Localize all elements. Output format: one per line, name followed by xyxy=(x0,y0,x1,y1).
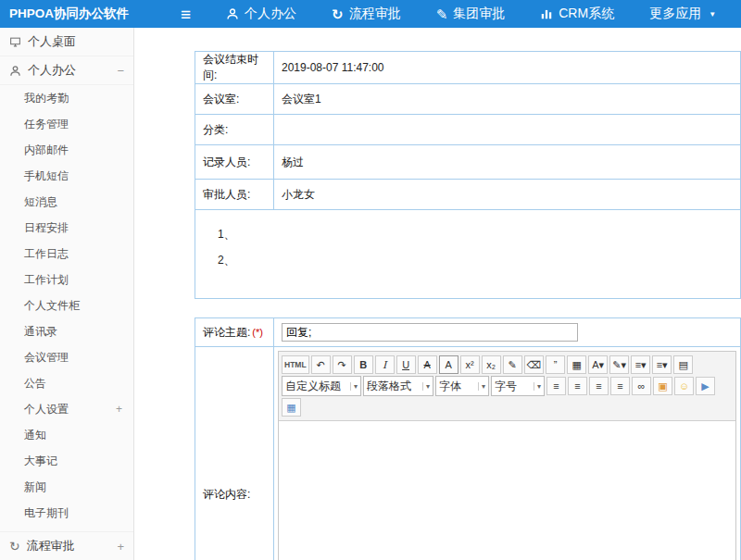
strikethrough-button[interactable]: A xyxy=(418,355,437,374)
table-row: 分类: xyxy=(195,115,741,145)
font-size-select[interactable]: 字号 ▾ xyxy=(491,376,545,396)
quote-button[interactable]: ” xyxy=(546,355,565,374)
template-button[interactable]: ▤ xyxy=(673,355,693,374)
sidebar-item-work-log[interactable]: 工作日志 xyxy=(0,241,133,267)
underline-button[interactable]: U xyxy=(396,355,416,374)
bold-button[interactable]: B xyxy=(354,355,373,374)
field-value: 杨过 xyxy=(274,145,741,180)
font-family-select[interactable]: 字体 ▾ xyxy=(435,376,489,396)
sidebar-item-internal-mail[interactable]: 内部邮件 xyxy=(0,137,133,163)
chevron-down-icon: ▾ xyxy=(534,382,541,391)
nav-crm-system[interactable]: CRM系统 xyxy=(540,6,614,22)
nav-group-approval[interactable]: ✎ 集团审批 xyxy=(436,6,506,22)
field-label: 会议结束时间: xyxy=(195,52,274,84)
collapse-icon[interactable]: − xyxy=(117,64,124,78)
image-button[interactable]: ▣ xyxy=(653,377,672,395)
redo-button[interactable]: ↷ xyxy=(333,355,352,374)
subscript-button[interactable]: x₂ xyxy=(482,355,501,374)
emoticon-button[interactable]: ☺ xyxy=(674,377,694,395)
sidebar-item-label: 公告 xyxy=(24,370,46,396)
media-button[interactable]: ▶ xyxy=(696,377,715,395)
editor-content-area[interactable] xyxy=(279,421,735,560)
paragraph-select[interactable]: 段落格式 ▾ xyxy=(363,376,433,396)
nav-personal-office[interactable]: 个人办公 xyxy=(226,6,296,22)
sidebar-item-mobile-sms[interactable]: 手机短信 xyxy=(0,163,133,189)
field-label: 审批人员: xyxy=(195,180,274,210)
sidebar-item-e-journal[interactable]: 电子期刊 xyxy=(0,500,133,526)
link-button[interactable]: ∞ xyxy=(632,377,651,395)
sidebar-item-work-plan[interactable]: 工作计划 xyxy=(0,267,133,292)
highlight-color-button[interactable]: ✎▾ xyxy=(609,355,629,374)
comment-content-label: 评论内容: xyxy=(195,347,274,560)
table-button[interactable]: ▦ xyxy=(282,398,301,417)
top-bar: PHPOA协同办公软件 ≡ 个人办公 ↻ 流程审批 ✎ 集团审批 CRM系统 更… xyxy=(0,0,741,28)
ordered-list-button[interactable]: ≡▾ xyxy=(631,355,650,374)
table-row: 审批人员: 小龙女 xyxy=(195,180,741,210)
unordered-list-button[interactable]: ≡▾ xyxy=(652,355,672,374)
format-painter-button[interactable]: ✎ xyxy=(503,355,522,374)
sidebar-item-short-message[interactable]: 短消息 xyxy=(0,189,133,215)
sidebar-section-personal-office[interactable]: 个人办公 − xyxy=(0,56,133,85)
paste-grid-button[interactable]: ▦ xyxy=(567,355,586,374)
sidebar: 个人桌面 个人办公 − 我的考勤 任务管理 内部邮件 手机短信 短消息 日程安排… xyxy=(0,28,134,560)
sidebar-item-label: 会议管理 xyxy=(24,344,69,370)
sidebar-section-process-approval[interactable]: ↻ 流程审批 + xyxy=(0,531,133,560)
meeting-notes-area: 1、 2、 xyxy=(195,210,741,299)
font-color-button[interactable]: A▾ xyxy=(588,355,608,374)
table-row: 评论内容: HTML ↶ ↷ B I U xyxy=(195,347,741,560)
app-window: PHPOA协同办公软件 ≡ 个人办公 ↻ 流程审批 ✎ 集团审批 CRM系统 更… xyxy=(0,0,741,560)
align-left-button[interactable]: ≡ xyxy=(546,377,566,395)
editor-toolbar: HTML ↶ ↷ B I U A A x² x₂ xyxy=(279,352,735,421)
nav-label: 集团审批 xyxy=(453,6,505,22)
remove-format-button[interactable]: ⌫ xyxy=(524,355,545,374)
table-row: 记录人员: 杨过 xyxy=(195,145,741,180)
sidebar-item-task-management[interactable]: 任务管理 xyxy=(0,111,133,137)
align-justify-button[interactable]: ≡ xyxy=(610,377,630,395)
html-source-button[interactable]: HTML xyxy=(282,355,309,374)
expand-icon[interactable]: + xyxy=(116,396,122,422)
sidebar-item-label: 内部邮件 xyxy=(24,137,69,163)
comment-table: 评论主题:(*) 评论内容: HTML ↶ xyxy=(195,317,741,560)
hamburger-menu-icon[interactable]: ≡ xyxy=(181,6,191,23)
sidebar-item-label: 个人文件柜 xyxy=(24,292,80,318)
comment-content-cell: HTML ↶ ↷ B I U A A x² x₂ xyxy=(274,347,741,560)
sidebar-item-label: 日程安排 xyxy=(24,215,69,241)
nav-label: 个人办公 xyxy=(245,6,296,22)
sidebar-item-notification[interactable]: 通知 xyxy=(0,422,133,448)
required-mark: (*) xyxy=(252,327,263,338)
sidebar-item-news[interactable]: 新闻 xyxy=(0,474,133,500)
heading-select[interactable]: 自定义标题 ▾ xyxy=(282,376,361,396)
nav-more-apps[interactable]: 更多应用 ▼ xyxy=(649,6,716,22)
sidebar-item-announcement[interactable]: 公告 xyxy=(0,370,133,396)
undo-button[interactable]: ↶ xyxy=(311,355,331,374)
top-nav: 个人办公 ↻ 流程审批 ✎ 集团审批 CRM系统 更多应用 ▼ xyxy=(226,6,716,22)
table-row: 会议室: 会议室1 xyxy=(195,84,741,115)
sidebar-item-personal-settings[interactable]: 个人设置 + xyxy=(0,396,133,422)
sidebar-item-attendance[interactable]: 我的考勤 xyxy=(0,85,133,111)
sidebar-item-memorabilia[interactable]: 大事记 xyxy=(0,448,133,474)
field-label: 评论主题: xyxy=(203,326,250,339)
process-refresh-icon: ↻ xyxy=(9,540,20,553)
superscript-button[interactable]: x² xyxy=(460,355,480,374)
italic-button[interactable]: I xyxy=(375,355,395,374)
sidebar-section-label: 流程审批 xyxy=(27,538,75,554)
nav-process-approval[interactable]: ↻ 流程审批 xyxy=(332,6,401,22)
font-family-select-value: 字体 xyxy=(439,379,461,394)
field-label: 分类: xyxy=(195,115,274,145)
sidebar-item-contacts[interactable]: 通讯录 xyxy=(0,318,133,344)
sidebar-item-label: 新闻 xyxy=(24,474,46,500)
sidebar-item-label: 工作日志 xyxy=(24,241,69,267)
sidebar-item-personal-file-cabinet[interactable]: 个人文件柜 xyxy=(0,292,133,318)
align-right-button[interactable]: ≡ xyxy=(589,377,609,395)
sidebar-item-personal-desktop[interactable]: 个人桌面 xyxy=(0,28,133,56)
sidebar-item-label: 任务管理 xyxy=(24,111,69,137)
sidebar-item-schedule[interactable]: 日程安排 xyxy=(0,215,133,241)
text-box-button[interactable]: A xyxy=(439,355,458,374)
expand-icon[interactable]: + xyxy=(117,540,124,554)
chevron-down-icon: ▼ xyxy=(709,10,716,19)
heading-select-value: 自定义标题 xyxy=(285,379,341,394)
comment-subject-input[interactable] xyxy=(282,323,578,342)
sidebar-item-label: 手机短信 xyxy=(24,163,69,189)
sidebar-item-meeting-management[interactable]: 会议管理 xyxy=(0,344,133,370)
align-center-button[interactable]: ≡ xyxy=(568,377,587,395)
